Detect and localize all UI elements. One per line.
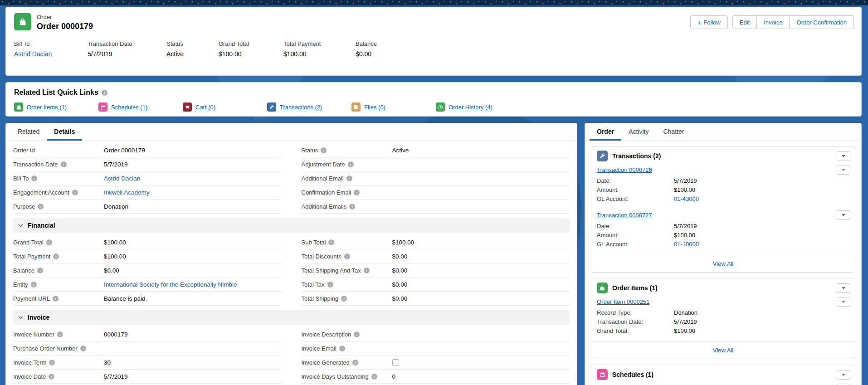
- details-top-section: Order Id Order 0000179 Transaction Date …: [6, 141, 577, 214]
- tab-activity[interactable]: Activity: [621, 123, 656, 141]
- info-icon[interactable]: [31, 175, 37, 181]
- field-label-text: Total Tax: [302, 281, 325, 288]
- quick-link-order-items[interactable]: Order Items (1): [14, 102, 98, 112]
- edit-button[interactable]: Edit: [732, 15, 757, 29]
- related-list-menu-button[interactable]: [837, 151, 850, 161]
- quick-link-transactions[interactable]: Transactions (2): [267, 102, 351, 112]
- invoice-left-column: Invoice Number 0000179 Purchase Order Nu…: [13, 327, 282, 384]
- info-icon[interactable]: [46, 239, 52, 245]
- highlight-value: 5/7/2019: [88, 50, 166, 58]
- info-icon[interactable]: [80, 346, 86, 351]
- order-item-link[interactable]: Order Item 0000251: [597, 298, 649, 305]
- tab-order[interactable]: Order: [590, 123, 621, 141]
- record-field: Date: 5/7/2019: [597, 222, 850, 231]
- record-field-value: Donation: [674, 308, 697, 317]
- invoice-button[interactable]: Invoice: [757, 15, 790, 29]
- bill-to-link[interactable]: Astrid Dacian: [14, 50, 52, 58]
- info-icon[interactable]: [53, 253, 59, 259]
- info-icon[interactable]: [354, 331, 360, 337]
- info-icon[interactable]: [102, 90, 107, 96]
- record-field: Grand Total: $100.00: [597, 327, 850, 336]
- tab-related[interactable]: Related: [10, 123, 47, 141]
- info-icon[interactable]: [61, 161, 67, 167]
- info-icon[interactable]: [354, 190, 360, 195]
- info-icon[interactable]: [352, 360, 358, 366]
- info-icon[interactable]: [31, 282, 37, 288]
- invoice-generated-checkbox[interactable]: [392, 359, 399, 366]
- info-icon[interactable]: [321, 147, 327, 153]
- quick-link-cart[interactable]: Cart (0): [183, 102, 267, 112]
- record-menu-button[interactable]: [837, 210, 850, 220]
- related-list-header: Schedules (1): [591, 365, 855, 383]
- bill-to-detail-link[interactable]: Astrid Dacian: [104, 175, 140, 182]
- field-row-engagement-account: Engagement Account Inkwell Academy: [13, 185, 282, 200]
- record-field-label: Date:: [597, 222, 674, 231]
- info-icon[interactable]: [38, 204, 44, 210]
- field-label-text: Total Payment: [13, 253, 50, 260]
- follow-button[interactable]: Follow: [690, 15, 728, 29]
- tab-details[interactable]: Details: [47, 123, 82, 141]
- info-icon[interactable]: [327, 282, 333, 288]
- info-icon[interactable]: [348, 161, 354, 167]
- edit-button-label: Edit: [740, 19, 750, 26]
- gl-account-link[interactable]: 01-43000: [674, 195, 699, 204]
- field-label-text: Invoice Days Outstanding: [302, 373, 369, 380]
- info-icon[interactable]: [49, 360, 55, 366]
- related-record-title-row: Order Item 0000251: [597, 296, 850, 307]
- record-menu-button[interactable]: [837, 297, 850, 307]
- highlight-balance: Balance $0.00: [356, 40, 377, 58]
- record-menu-button[interactable]: [837, 165, 850, 175]
- field-value: 0000179: [104, 331, 128, 338]
- transaction-link[interactable]: Transaction 0000726: [597, 166, 652, 173]
- view-all-link[interactable]: View All: [713, 347, 733, 354]
- quick-link-order-history[interactable]: Order History (4): [436, 102, 520, 112]
- transaction-link[interactable]: Transaction 0000727: [597, 212, 652, 219]
- info-icon[interactable]: [371, 374, 377, 380]
- related-list-menu-button[interactable]: [837, 370, 850, 380]
- field-row-total-payment: Total Payment $100.00: [13, 249, 282, 263]
- info-icon[interactable]: [328, 239, 334, 245]
- plus-icon: [697, 19, 702, 26]
- info-icon[interactable]: [53, 296, 59, 302]
- quick-link-label: Cart (0): [195, 104, 215, 111]
- field-row-invoice-term: Invoice Term 30: [13, 356, 282, 370]
- field-value: $0.00: [392, 281, 408, 288]
- quick-link-schedules[interactable]: Schedules (1): [98, 102, 183, 112]
- tab-chatter[interactable]: Chatter: [656, 123, 691, 141]
- related-record-fields: Date: 5/7/2019 Amount: $100.00 GL Accoun…: [597, 176, 850, 204]
- section-header-financial[interactable]: Financial: [13, 218, 570, 233]
- order-confirmation-button[interactable]: Order Confirmation: [790, 15, 854, 29]
- field-row-entity: Entity International Society for the Exc…: [13, 278, 282, 292]
- info-icon[interactable]: [341, 296, 347, 302]
- info-icon[interactable]: [37, 268, 43, 273]
- view-all-link[interactable]: View All: [713, 260, 733, 267]
- view-all-row: View All: [591, 255, 855, 272]
- engagement-account-link[interactable]: Inkwell Academy: [104, 189, 150, 196]
- field-value: $0.00: [392, 267, 408, 274]
- info-icon[interactable]: [57, 331, 63, 337]
- record-field-label: Date:: [597, 176, 674, 185]
- related-list-menu-button[interactable]: [837, 283, 850, 293]
- quick-link-files[interactable]: Files (0): [351, 102, 436, 112]
- field-label-text: Invoice Number: [13, 331, 54, 338]
- related-record: Order Item 0000251 Record Type: Donation…: [591, 296, 855, 341]
- info-icon[interactable]: [72, 190, 78, 195]
- record-menu-button[interactable]: [837, 384, 850, 385]
- quick-link-label: Transactions (2): [280, 104, 322, 111]
- info-icon[interactable]: [49, 374, 54, 380]
- highlight-label: Total Payment: [283, 40, 356, 47]
- field-label: Adjustment Date: [302, 161, 392, 168]
- gl-account-link[interactable]: 01-10000: [674, 240, 699, 249]
- field-row-purchase-order-number: Purchase Order Number: [13, 341, 282, 356]
- entity-link[interactable]: International Society for the Exceptiona…: [104, 281, 237, 288]
- highlight-status: Status Active: [166, 40, 219, 58]
- info-icon[interactable]: [339, 346, 345, 351]
- info-icon[interactable]: [349, 204, 355, 210]
- section-header-invoice[interactable]: Invoice: [13, 310, 570, 325]
- info-icon[interactable]: [346, 175, 352, 181]
- info-icon[interactable]: [344, 253, 350, 259]
- record-field: Amount: $100.00: [597, 231, 850, 240]
- field-label-text: Invoice Term: [13, 359, 46, 366]
- info-icon[interactable]: [364, 268, 370, 273]
- field-label: Entity: [13, 281, 104, 288]
